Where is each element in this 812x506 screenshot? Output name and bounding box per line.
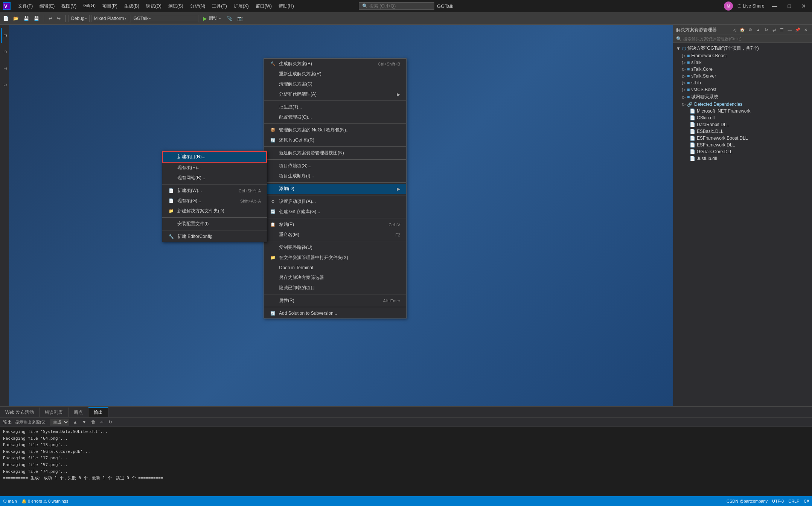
output-clear[interactable]: 🗑 [90, 419, 96, 425]
debug-config-dropdown[interactable]: Debug ▾ [69, 15, 90, 22]
status-encoding[interactable]: UTF-8 [772, 499, 784, 503]
search-solution-input[interactable] [683, 37, 809, 41]
activity-git[interactable]: G [1, 44, 8, 59]
menu-project[interactable]: 项目(P) [99, 2, 120, 10]
tree-cskin[interactable]: 📄 CSkin.dll [673, 114, 812, 121]
menu-git[interactable]: Git(G) [80, 2, 99, 10]
ctx-project-order[interactable]: 项目生成顺序(I)... [264, 171, 406, 181]
se-collapse-button[interactable]: ◁ [731, 26, 738, 33]
se-sync-button[interactable]: ⇄ [771, 26, 777, 33]
ctx-save-filter[interactable]: 另存为解决方案筛选器 [264, 273, 406, 283]
ctx-new-solution-folder[interactable]: 📁 新建解决方案文件夹(D) [162, 206, 267, 216]
ctx-clean-solution[interactable]: 清理解决方案(C) [264, 79, 406, 89]
se-close-button[interactable]: ✕ [802, 26, 809, 33]
tab-web-publish[interactable]: Web 发布活动 [0, 407, 40, 417]
output-source-select[interactable]: 生成 [50, 419, 69, 425]
ctx-hide-unloaded[interactable]: 隐藏已卸载的项目 [264, 283, 406, 293]
output-refresh[interactable]: ↻ [108, 419, 113, 425]
output-scroll-up[interactable]: ▲ [72, 419, 78, 425]
menu-analyze[interactable]: 分析(N) [187, 2, 209, 10]
tree-stlib[interactable]: ▷ ■ stLib [673, 79, 812, 86]
activity-debug[interactable]: D [1, 78, 8, 93]
tab-error-list[interactable]: 错误列表 [40, 407, 69, 417]
se-dock-button[interactable]: — [786, 26, 793, 33]
menu-help[interactable]: 帮助(H) [276, 2, 297, 10]
menu-tools[interactable]: 工具(T) [209, 2, 230, 10]
ctx-batch-build[interactable]: 批生成(T)... [264, 102, 406, 112]
ctx-config-manager[interactable]: 配置管理器(O)... [264, 112, 406, 122]
ctx-new-se-view[interactable]: 新建解决方案资源管理器视图(N) [264, 148, 406, 158]
ctx-set-startup[interactable]: ⚙ 设置启动项目(A)... [264, 197, 406, 207]
liveshare-button[interactable]: ⬡ Live Share [737, 3, 764, 9]
tab-output[interactable]: 输出 [88, 407, 108, 417]
output-scroll-down[interactable]: ▼ [81, 419, 87, 425]
menu-file[interactable]: 文件(F) [15, 2, 36, 10]
menu-window[interactable]: 窗口(W) [253, 2, 275, 10]
ctx-new-editorconfig[interactable]: 🔧 新建 EditorConfig [162, 232, 267, 242]
tree-stalk-server[interactable]: ▷ ■ sTalk.Server [673, 73, 812, 79]
tree-justlib[interactable]: 📄 JustLib.dll [673, 155, 812, 162]
tree-esframework[interactable]: 📄 ESFramework.DLL [673, 142, 812, 148]
platform-dropdown[interactable]: Mixed Platform ▾ [91, 15, 129, 22]
search-box[interactable]: 🔍 [359, 2, 434, 10]
menu-test[interactable]: 测试(S) [165, 2, 186, 10]
save-button[interactable]: 💾 [22, 15, 30, 22]
ctx-rename[interactable]: 重命名(M) F2 [264, 230, 406, 240]
ctx-analyze-clean[interactable]: 分析和代码清理(A) ▶ [264, 89, 406, 99]
status-lang[interactable]: C# [804, 499, 809, 503]
menu-view[interactable]: 视图(V) [58, 2, 79, 10]
ctx-open-folder[interactable]: 📁 在文件资源管理器中打开文件夹(X) [264, 253, 406, 263]
ctx-svn[interactable]: 🔄 Add Solution to Subversion... [264, 308, 406, 318]
se-settings-button[interactable]: ⚙ [747, 26, 754, 33]
tab-breakpoints[interactable]: 断点 [69, 407, 88, 417]
tree-stalk[interactable]: ▷ ■ sTalk [673, 59, 812, 66]
ctx-create-git[interactable]: 🔄 创建 Git 存储库(G)... [264, 207, 406, 217]
ctx-add[interactable]: 添加(D) ▶ [264, 184, 406, 194]
status-git[interactable]: ⬡ main [3, 499, 17, 504]
new-file-button[interactable]: 📄 [2, 15, 10, 22]
redo-button[interactable]: ↪ [55, 15, 62, 22]
project-dropdown[interactable]: GGTalk ▾ [131, 15, 198, 22]
ctx-nuget-restore[interactable]: 🔄 还原 NuGet 包(R) [264, 135, 406, 145]
tree-framework-boost[interactable]: ▷ ■ Framework.Boost [673, 52, 812, 59]
undo-button[interactable]: ↩ [47, 15, 54, 22]
se-pin-button[interactable]: 📌 [794, 26, 801, 33]
tree-city-chat[interactable]: ▷ ■ 城网聊天系统 [673, 93, 812, 101]
se-filter-button[interactable]: ▲ [755, 26, 762, 33]
activity-explorer[interactable]: E [1, 28, 8, 43]
se-view-button[interactable]: ☰ [778, 26, 785, 33]
save-all-button[interactable]: 💾 [32, 15, 41, 22]
start-button[interactable]: ▶ 启动 ▾ [200, 14, 224, 22]
minimize-button[interactable]: — [769, 2, 780, 10]
status-eol[interactable]: CRLF [788, 499, 799, 503]
tree-esframework-boost[interactable]: 📄 ESFramework.Boost.DLL [673, 135, 812, 142]
tree-datarabbit[interactable]: 📄 DataRabbit.DLL [673, 121, 812, 128]
tree-solution[interactable]: ▼ ⬡ 解决方案"GGTalk"(7个项目，共7个) [673, 44, 812, 52]
ctx-paste[interactable]: 📋 粘贴(P) Ctrl+V [264, 219, 406, 230]
tree-ggtalk-core[interactable]: 📄 GGTalk.Core.DLL [673, 148, 812, 155]
ctx-new-item[interactable]: 📄 新建项(W)... Ctrl+Shift+A [162, 186, 267, 196]
ctx-copy-path[interactable]: 复制完整路径(U) [264, 242, 406, 253]
status-errors[interactable]: 🔔 0 errors ⚠ 0 warnings [21, 499, 68, 504]
ctx-properties[interactable]: 属性(R) Alt+Enter [264, 296, 406, 306]
menu-edit[interactable]: 编辑(E) [37, 2, 58, 10]
tree-vmcs-boost[interactable]: ▷ ■ vMCS.Boost [673, 86, 812, 93]
activity-tools[interactable]: T [1, 61, 8, 76]
output-wrap[interactable]: ↵ [99, 419, 105, 425]
ctx-nuget-manage[interactable]: 📦 管理解决方案的 NuGet 程序包(N)... [264, 125, 406, 135]
ctx-rebuild-solution[interactable]: 重新生成解决方案(R) [264, 69, 406, 79]
ctx-existing-item[interactable]: 📄 现有项(G)... Shift+Alt+A [162, 196, 267, 206]
open-button[interactable]: 📂 [12, 15, 20, 22]
attach-button[interactable]: 📎 [225, 15, 234, 22]
ctx-build-solution[interactable]: 🔨 生成解决方案(B) Ctrl+Shift+B [264, 59, 406, 69]
search-input[interactable] [369, 3, 430, 9]
menu-build[interactable]: 生成(B) [121, 2, 142, 10]
close-button[interactable]: ✕ [798, 2, 809, 10]
ctx-existing-website[interactable]: 现有网站(B)... [162, 173, 267, 183]
ctx-open-terminal[interactable]: Open in Terminal [264, 263, 406, 273]
ctx-existing-project[interactable]: 现有项(E)... [162, 163, 267, 173]
ctx-install-config[interactable]: 安装配置文件(I) [162, 219, 267, 229]
tree-detected-deps[interactable]: ▷ 🔗 Detected Dependencies [673, 101, 812, 108]
screenshot-button[interactable]: 📷 [236, 15, 244, 22]
ctx-project-deps[interactable]: 项目依赖项(S)... [264, 161, 406, 171]
